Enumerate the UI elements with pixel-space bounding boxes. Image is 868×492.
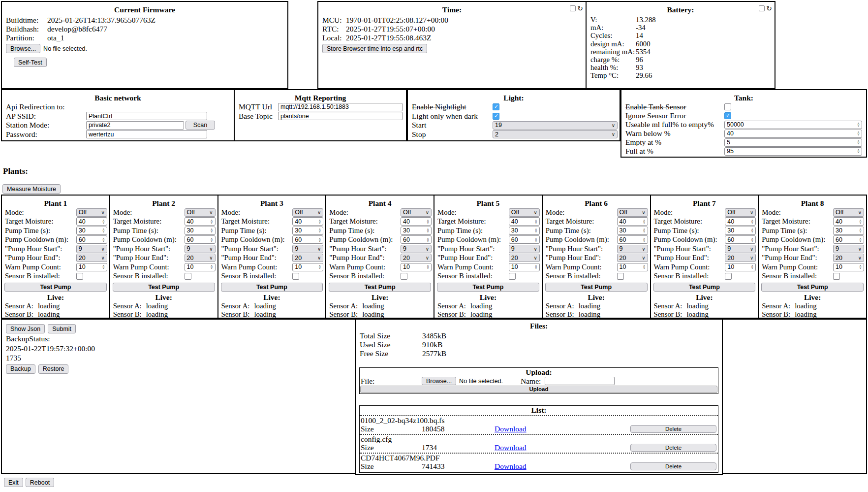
test-pump-button[interactable]: Test Pump (437, 283, 539, 292)
password-input[interactable] (86, 130, 207, 138)
plant-pump-hour-start-select[interactable]: 9∨ (725, 245, 756, 253)
plant-pump-hour-end-select[interactable]: 20∨ (185, 254, 216, 262)
show-json-button[interactable]: Show Json (6, 324, 45, 333)
plant-pump-hour-start-select[interactable]: 9∨ (185, 245, 216, 253)
plant-warn-pump-count-input[interactable]: 10∧∨ (292, 263, 323, 271)
plant-pump-hour-end-select[interactable]: 20∨ (725, 254, 756, 262)
spinner-icon[interactable]: ∧∨ (100, 265, 107, 269)
plant-warn-pump-count-input[interactable]: 10∧∨ (401, 263, 432, 271)
battery-auto-refresh-checkbox[interactable] (759, 5, 765, 11)
test-pump-button[interactable]: Test Pump (545, 283, 648, 292)
spinner-icon[interactable]: ∧∨ (425, 229, 431, 232)
self-test-button[interactable]: Self-Test (14, 58, 47, 67)
spinner-icon[interactable]: ∧∨ (100, 229, 107, 232)
test-pump-button[interactable]: Test Pump (653, 283, 756, 292)
plant-pump-time-input[interactable]: 30∧∨ (401, 227, 432, 235)
full-at-input[interactable]: 95∧∨ (724, 147, 862, 156)
firmware-browse-button[interactable]: Browse... (6, 44, 40, 53)
plant-pump-time-input[interactable]: 30∧∨ (617, 227, 648, 235)
store-browser-time-button[interactable]: Store Browser time into esp and rtc (322, 44, 427, 53)
plant-pump-time-input[interactable]: 30∧∨ (725, 227, 756, 235)
exit-button[interactable]: Exit (4, 478, 23, 487)
restore-button[interactable]: Restore (38, 364, 69, 374)
spinner-icon[interactable]: ∧∨ (533, 220, 539, 224)
plant-pump-hour-end-select[interactable]: 20∨ (76, 254, 107, 262)
submit-button[interactable]: Submit (48, 324, 76, 333)
plant-mode-select[interactable]: Off∨ (292, 208, 323, 217)
plant-pump-time-input[interactable]: 30∧∨ (185, 227, 216, 235)
plant-pump-cooldown-input[interactable]: 60∧∨ (401, 235, 432, 244)
spinner-icon[interactable]: ∧∨ (641, 238, 648, 242)
backup-button[interactable]: Backup (6, 364, 35, 374)
delete-button[interactable]: Delete (630, 425, 716, 433)
spinner-icon[interactable]: ∧∨ (855, 131, 862, 135)
light-only-dark-checkbox[interactable] (493, 113, 499, 120)
download-link[interactable]: Download (495, 425, 527, 433)
spinner-icon[interactable]: ∧∨ (425, 265, 431, 269)
light-start-select[interactable]: 19∨ (493, 121, 618, 130)
spinner-icon[interactable]: ∧∨ (533, 238, 539, 242)
spinner-icon[interactable]: ∧∨ (855, 149, 862, 153)
scan-button[interactable]: Scan (186, 121, 215, 130)
upload-name-input[interactable] (545, 377, 615, 385)
plant-pump-hour-end-select[interactable]: 20∨ (292, 254, 323, 262)
spinner-icon[interactable]: ∧∨ (749, 265, 755, 269)
spinner-icon[interactable]: ∧∨ (641, 265, 648, 269)
plant-pump-time-input[interactable]: 30∧∨ (292, 227, 323, 235)
spinner-icon[interactable]: ∧∨ (100, 238, 107, 242)
plant-warn-pump-count-input[interactable]: 10∧∨ (617, 263, 648, 271)
time-auto-refresh-checkbox[interactable] (570, 5, 576, 11)
plant-sensor-b-checkbox[interactable] (833, 273, 840, 280)
plant-pump-cooldown-input[interactable]: 60∧∨ (292, 235, 323, 244)
plant-pump-cooldown-input[interactable]: 60∧∨ (617, 235, 648, 244)
spinner-icon[interactable]: ∧∨ (855, 140, 862, 144)
useable-ml-input[interactable]: 50000∧∨ (724, 121, 862, 129)
upload-button[interactable]: Upload (360, 386, 717, 393)
empty-at-input[interactable]: 5∧∨ (724, 138, 862, 147)
download-link[interactable]: Download (495, 462, 527, 470)
spinner-icon[interactable]: ∧∨ (425, 238, 431, 242)
spinner-icon[interactable]: ∧∨ (855, 123, 862, 127)
station-mode-input[interactable] (86, 121, 184, 130)
light-stop-select[interactable]: 2∨ (493, 130, 618, 138)
spinner-icon[interactable]: ∧∨ (641, 229, 648, 232)
plant-target-moisture-input[interactable]: 40∧∨ (76, 217, 107, 226)
spinner-icon[interactable]: ∧∨ (749, 229, 755, 232)
spinner-icon[interactable]: ∧∨ (857, 229, 864, 232)
test-pump-button[interactable]: Test Pump (761, 283, 864, 292)
spinner-icon[interactable]: ∧∨ (749, 220, 755, 224)
test-pump-button[interactable]: Test Pump (329, 283, 431, 292)
plant-mode-select[interactable]: Off∨ (617, 208, 648, 217)
plant-sensor-b-checkbox[interactable] (509, 273, 516, 280)
plant-pump-hour-start-select[interactable]: 9∨ (833, 245, 864, 253)
enable-tank-sensor-checkbox[interactable] (724, 103, 731, 110)
plant-warn-pump-count-input[interactable]: 10∧∨ (725, 263, 756, 271)
upload-browse-button[interactable]: Browse... (422, 377, 456, 385)
plant-warn-pump-count-input[interactable]: 10∧∨ (185, 263, 216, 271)
spinner-icon[interactable]: ∧∨ (209, 265, 215, 269)
plant-pump-hour-start-select[interactable]: 9∨ (292, 245, 323, 253)
plant-pump-cooldown-input[interactable]: 60∧∨ (509, 235, 540, 244)
spinner-icon[interactable]: ∧∨ (857, 220, 864, 224)
spinner-icon[interactable]: ∧∨ (749, 238, 755, 242)
spinner-icon[interactable]: ∧∨ (425, 220, 431, 224)
delete-button[interactable]: Delete (630, 444, 716, 452)
plant-target-moisture-input[interactable]: 40∧∨ (401, 217, 432, 226)
enable-nightlight-checkbox[interactable] (493, 103, 499, 110)
plant-mode-select[interactable]: Off∨ (185, 208, 216, 217)
ignore-sensor-error-checkbox[interactable] (724, 112, 731, 119)
refresh-icon[interactable]: ↻ (766, 5, 772, 11)
plant-pump-hour-start-select[interactable]: 9∨ (617, 245, 648, 253)
plant-pump-time-input[interactable]: 30∧∨ (509, 227, 540, 235)
plant-mode-select[interactable]: Off∨ (725, 208, 756, 217)
plant-pump-cooldown-input[interactable]: 60∧∨ (185, 235, 216, 244)
plant-sensor-b-checkbox[interactable] (76, 273, 83, 280)
spinner-icon[interactable]: ∧∨ (641, 220, 648, 224)
refresh-icon[interactable]: ↻ (577, 5, 583, 11)
plant-pump-cooldown-input[interactable]: 60∧∨ (76, 235, 107, 244)
plant-pump-hour-start-select[interactable]: 9∨ (401, 245, 432, 253)
plant-warn-pump-count-input[interactable]: 10∧∨ (76, 263, 107, 271)
plant-pump-hour-end-select[interactable]: 20∨ (401, 254, 432, 262)
spinner-icon[interactable]: ∧∨ (316, 229, 323, 232)
spinner-icon[interactable]: ∧∨ (100, 220, 107, 224)
